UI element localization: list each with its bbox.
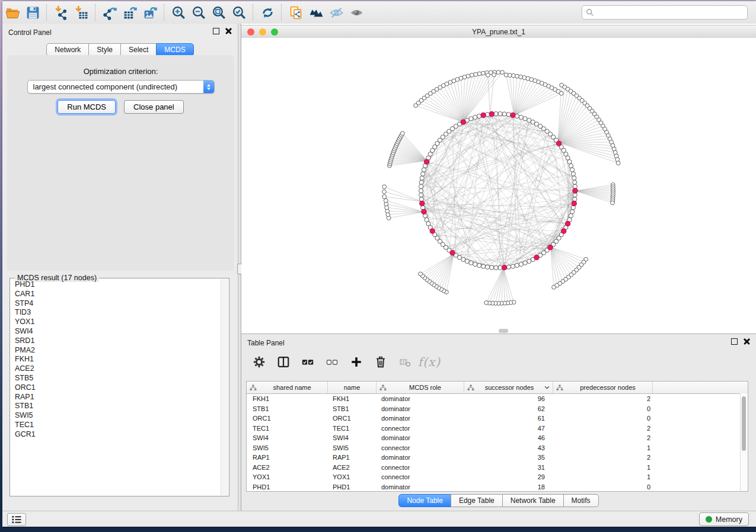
import-network-icon[interactable] xyxy=(51,3,71,22)
table-row[interactable]: RAP1RAP1dominator352 xyxy=(247,453,748,463)
network-node[interactable] xyxy=(552,285,556,289)
network-node[interactable] xyxy=(496,70,500,75)
table-scrollbar[interactable] xyxy=(740,393,748,491)
mcds-result-item[interactable]: PMA2 xyxy=(11,346,221,355)
result-list-scrollbar[interactable] xyxy=(221,279,228,495)
export-network-icon[interactable] xyxy=(100,3,120,22)
network-node[interactable] xyxy=(477,72,481,76)
network-node[interactable] xyxy=(519,262,523,266)
network-node[interactable] xyxy=(419,188,423,193)
automation-panel-button[interactable] xyxy=(7,513,26,526)
mcds-network-node[interactable] xyxy=(489,111,494,116)
zoom-fit-icon[interactable] xyxy=(209,3,229,22)
save-session-icon[interactable] xyxy=(23,3,43,22)
show-column-icon[interactable] xyxy=(274,353,293,371)
search-input[interactable] xyxy=(597,8,744,17)
settings-gear-icon[interactable] xyxy=(250,353,269,371)
network-node[interactable] xyxy=(502,112,506,116)
table-scrollbar-thumb[interactable] xyxy=(742,396,746,451)
mcds-network-node[interactable] xyxy=(572,201,576,206)
memory-button[interactable]: Memory xyxy=(699,512,749,526)
search-box[interactable] xyxy=(582,5,748,20)
mcds-network-node[interactable] xyxy=(534,255,539,259)
network-node[interactable] xyxy=(477,263,481,267)
network-node[interactable] xyxy=(382,195,387,199)
mcds-result-item[interactable]: STB1 xyxy=(11,402,221,411)
table-tab-node-table[interactable]: Node Table xyxy=(398,494,451,507)
network-hscroll-thumb[interactable] xyxy=(499,329,508,333)
hide-selected-icon[interactable] xyxy=(326,3,346,22)
network-node[interactable] xyxy=(486,113,490,117)
column-header-MCDS-role[interactable]: MCDS role xyxy=(377,382,464,393)
network-node[interactable] xyxy=(519,115,523,119)
float-table-panel-icon[interactable] xyxy=(731,338,738,345)
network-node[interactable] xyxy=(422,168,426,172)
network-node[interactable] xyxy=(512,73,516,78)
column-header-shared-name[interactable]: shared name xyxy=(247,382,328,393)
table-row[interactable]: ACE2ACE2connector311 xyxy=(247,463,748,473)
network-node[interactable] xyxy=(419,272,423,276)
network-node[interactable] xyxy=(490,265,494,270)
network-canvas[interactable] xyxy=(241,38,756,334)
mcds-result-item[interactable]: ACE2 xyxy=(11,364,221,374)
mcds-network-node[interactable] xyxy=(548,245,553,250)
column-header-name[interactable]: name xyxy=(328,382,377,393)
network-node[interactable] xyxy=(506,265,511,269)
network-node[interactable] xyxy=(572,176,576,180)
column-header-predecessor-nodes[interactable]: predecessor nodes xyxy=(553,382,653,393)
criterion-dropdown[interactable]: largest connected component (undirected) xyxy=(27,80,215,94)
tab-select[interactable]: Select xyxy=(120,43,157,56)
mcds-result-item[interactable]: STB5 xyxy=(11,374,221,383)
network-node[interactable] xyxy=(573,184,577,188)
mcds-result-item[interactable]: SRD1 xyxy=(11,336,221,346)
network-node[interactable] xyxy=(384,198,388,203)
mcds-result-item[interactable]: CAR1 xyxy=(11,290,221,299)
mcds-network-node[interactable] xyxy=(565,221,570,226)
network-node[interactable] xyxy=(462,75,467,79)
mcds-network-node[interactable] xyxy=(562,229,566,233)
open-file-icon[interactable] xyxy=(2,3,23,22)
zoom-selected-icon[interactable] xyxy=(229,3,249,22)
network-node[interactable] xyxy=(573,180,577,184)
mcds-network-node[interactable] xyxy=(422,209,426,214)
network-node[interactable] xyxy=(566,156,570,160)
network-node[interactable] xyxy=(567,159,572,164)
network-node[interactable] xyxy=(473,262,477,266)
mcds-network-node[interactable] xyxy=(502,265,507,270)
network-node[interactable] xyxy=(419,180,423,184)
mcds-result-item[interactable]: TID3 xyxy=(11,308,221,318)
add-column-icon[interactable] xyxy=(347,353,366,371)
network-node[interactable] xyxy=(494,111,498,116)
network-node[interactable] xyxy=(523,261,527,265)
network-window-titlebar[interactable]: YPA_prune.txt_1 xyxy=(241,25,756,39)
refresh-view-icon[interactable] xyxy=(257,3,277,22)
mcds-result-item[interactable]: PHD1 xyxy=(11,280,221,290)
table-row[interactable]: YOX1YOX1connector291 xyxy=(247,472,748,482)
network-node[interactable] xyxy=(573,197,577,201)
network-node[interactable] xyxy=(474,72,478,76)
table-row[interactable]: FKH1FKH1dominator962 xyxy=(247,394,748,404)
network-node[interactable] xyxy=(570,210,574,214)
table-tab-edge-table[interactable]: Edge Table xyxy=(451,494,503,507)
network-node[interactable] xyxy=(498,111,502,116)
export-table-icon[interactable] xyxy=(120,3,140,22)
mcds-result-item[interactable]: SWI4 xyxy=(11,327,221,336)
network-node[interactable] xyxy=(469,117,473,121)
network-node[interactable] xyxy=(494,265,498,270)
network-node[interactable] xyxy=(492,73,496,77)
mcds-network-node[interactable] xyxy=(450,251,455,255)
network-node[interactable] xyxy=(469,261,473,265)
network-node[interactable] xyxy=(473,115,477,119)
mcds-result-item[interactable]: STP4 xyxy=(11,299,221,309)
select-all-checks-icon[interactable] xyxy=(298,353,317,371)
network-node[interactable] xyxy=(382,190,387,194)
network-node[interactable] xyxy=(420,176,424,180)
export-image-icon[interactable] xyxy=(140,3,160,22)
mcds-network-node[interactable] xyxy=(461,120,465,124)
tab-style[interactable]: Style xyxy=(88,43,121,56)
column-header-successor-nodes[interactable]: successor nodes xyxy=(464,382,553,393)
mcds-network-node[interactable] xyxy=(573,188,578,193)
mcds-result-item[interactable]: RAP1 xyxy=(11,393,221,402)
network-node[interactable] xyxy=(559,91,563,95)
network-node[interactable] xyxy=(419,184,423,188)
